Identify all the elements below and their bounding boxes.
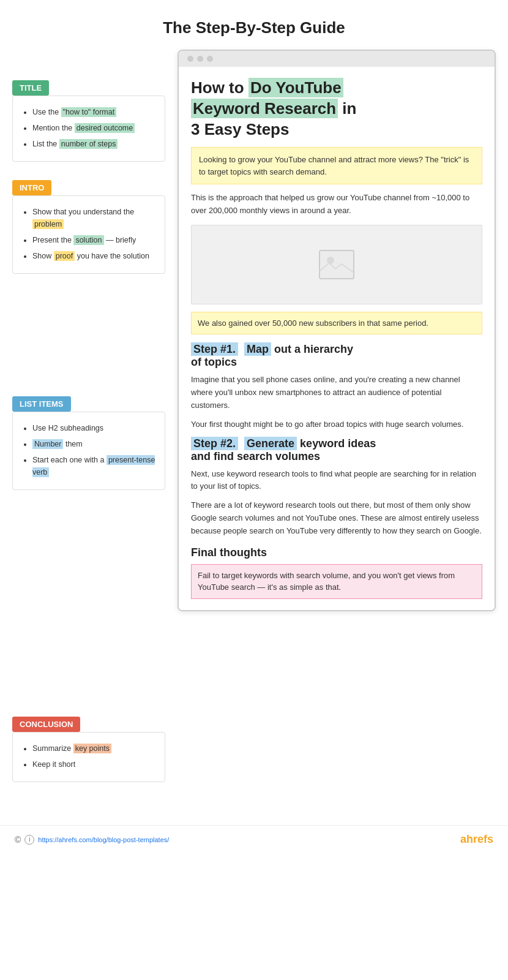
desired-outcome-highlight: desired outcome <box>75 123 135 133</box>
subscriber-text: We also gained over 50,000 new subscribe… <box>198 318 428 328</box>
list-item-3: Start each one with a present-tense verb <box>32 454 156 478</box>
title-in: in <box>338 99 356 118</box>
browser-bar <box>179 51 495 67</box>
list-items-section: LIST ITEMS Use H2 subheadings Number the… <box>12 396 165 490</box>
browser-dot-1 <box>187 56 193 62</box>
title-label: TITLE <box>12 80 49 96</box>
present-tense-highlight: present-tense verb <box>32 455 155 477</box>
footer: © i https://ahrefs.com/blog/blog-post-te… <box>0 825 508 853</box>
intro-highlight-block: Looking to grow your YouTube channel and… <box>191 147 482 184</box>
body-text-1: This is the approach that helped us grow… <box>191 192 482 217</box>
step2-num: Step #2. <box>191 437 238 450</box>
number-of-steps-highlight: number of steps <box>59 139 118 149</box>
article-title: How to Do YouTube Keyword Research in 3 … <box>191 78 482 140</box>
key-points-highlight: key points <box>73 744 111 753</box>
title-box: Use the "how to" format Mention the desi… <box>12 96 165 162</box>
conclusion-box: Summarize key points Keep it short <box>12 732 165 782</box>
intro-section: INTRO Show that you understand the probl… <box>12 180 165 274</box>
conclusion-text: Fail to target keywords with search volu… <box>198 571 455 592</box>
page-wrapper: The Step-By-Step Guide TITLE Use the "ho… <box>0 0 508 853</box>
intro-box: Show that you understand the problem Pre… <box>12 195 165 274</box>
browser-dot-2 <box>197 56 203 62</box>
intro-item-3: Show proof you have the solution <box>32 250 156 262</box>
footer-url[interactable]: https://ahrefs.com/blog/blog-post-templa… <box>38 836 169 843</box>
step1-word: Map <box>244 342 271 356</box>
browser-content: How to Do YouTube Keyword Research in 3 … <box>179 67 495 610</box>
step1-body2: Your first thought might be to go after … <box>191 418 482 431</box>
conclusion-item-1: Summarize key points <box>32 742 156 755</box>
title-do-youtube: Do YouTube <box>248 78 343 97</box>
step1-body1: Imagine that you sell phone cases online… <box>191 374 482 412</box>
conclusion-highlight-block: Fail to target keywords with search volu… <box>191 564 482 599</box>
intro-text: Looking to grow your YouTube channel and… <box>199 155 469 176</box>
svg-point-1 <box>327 257 334 264</box>
conclusion-section: CONCLUSION Summarize key points Keep it … <box>12 717 165 782</box>
svg-rect-0 <box>319 251 354 279</box>
browser-mockup: How to Do YouTube Keyword Research in 3 … <box>177 50 496 611</box>
right-panel: How to Do YouTube Keyword Research in 3 … <box>171 50 496 794</box>
footer-logo: ahrefs <box>460 833 493 846</box>
step2-body2: There are a lot of keyword research tool… <box>191 499 482 537</box>
problem-highlight: problem <box>32 219 64 229</box>
final-heading: Final thoughts <box>191 546 482 559</box>
conclusion-item-2: Keep it short <box>32 758 156 771</box>
step2-body1: Next, use keyword research tools to find… <box>191 468 482 494</box>
conclusion-label: CONCLUSION <box>12 717 80 732</box>
subscriber-block: We also gained over 50,000 new subscribe… <box>191 312 482 335</box>
intro-label: INTRO <box>12 180 51 195</box>
image-placeholder <box>191 225 482 304</box>
info-icon: i <box>24 835 34 845</box>
cc-icon: © <box>15 835 21 845</box>
how-to-format-highlight: "how to" format <box>61 107 117 117</box>
browser-dot-3 <box>207 56 213 62</box>
number-highlight: Number <box>32 439 63 449</box>
title-item-2: Mention the desired outcome <box>32 122 156 134</box>
list-item-1: Use H2 subheadings <box>32 422 156 434</box>
intro-item-1: Show that you understand the problem <box>32 206 156 230</box>
page-title: The Step-By-Step Guide <box>0 0 508 50</box>
left-panel: TITLE Use the "how to" format Mention th… <box>12 50 171 794</box>
title-3-easy-steps: 3 Easy Steps <box>191 120 289 138</box>
step1-heading: Step #1. Map out a hierarchyof topics <box>191 343 482 369</box>
step1-num: Step #1. <box>191 342 238 356</box>
title-item-1: Use the "how to" format <box>32 106 156 118</box>
list-item-2: Number them <box>32 438 156 450</box>
solution-highlight: solution <box>73 235 103 245</box>
step2-word: Generate <box>244 437 297 450</box>
intro-item-2: Present the solution — briefly <box>32 234 156 246</box>
list-items-box: Use H2 subheadings Number them Start eac… <box>12 412 165 490</box>
title-how-to: How to <box>191 78 248 97</box>
step2-heading: Step #2. Generate keyword ideasand find … <box>191 437 482 463</box>
title-keyword-research: Keyword Research <box>191 99 338 118</box>
title-section: TITLE Use the "how to" format Mention th… <box>12 80 165 162</box>
proof-highlight: proof <box>54 251 75 261</box>
title-item-3: List the number of steps <box>32 138 156 150</box>
list-items-label: LIST ITEMS <box>12 396 71 412</box>
footer-left: © i https://ahrefs.com/blog/blog-post-te… <box>15 835 169 845</box>
